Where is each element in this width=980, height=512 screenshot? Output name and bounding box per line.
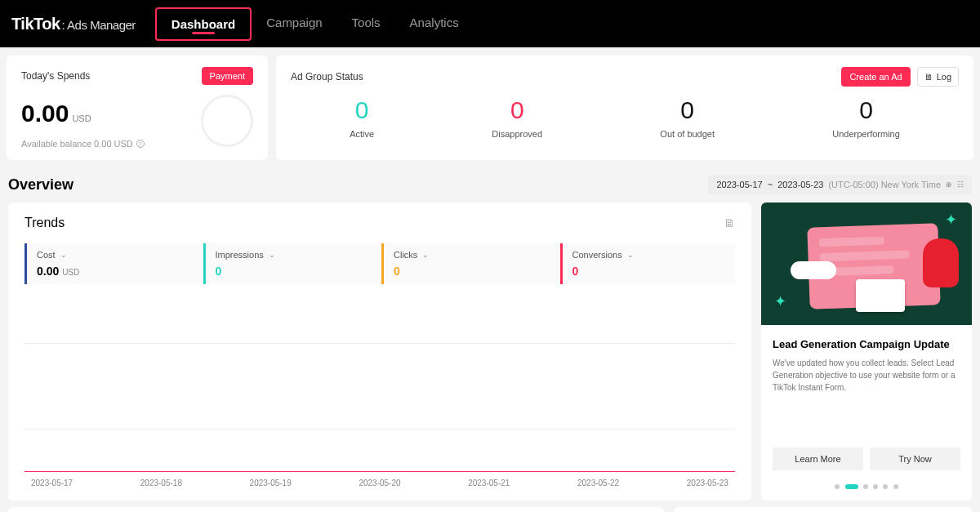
status-title: Ad Group Status: [291, 71, 363, 82]
log-button[interactable]: 🗎Log: [917, 67, 959, 87]
metric-conversions[interactable]: Conversions⌄ 0: [560, 243, 736, 284]
metric-cost[interactable]: Cost⌄ 0.00 USD: [24, 243, 200, 284]
nav-dashboard[interactable]: Dashboard: [155, 7, 252, 41]
globe-icon: ⊕: [946, 180, 952, 189]
top-nav: TikTok: Ads Manager Dashboard Campaign T…: [0, 0, 980, 47]
payment-button[interactable]: Payment: [202, 67, 253, 85]
document-icon: 🗎: [924, 72, 933, 82]
bottom-card-right: [674, 507, 972, 512]
status-card: Ad Group Status Create an Ad 🗎Log 0 Acti…: [276, 56, 973, 160]
spend-gauge-icon: [201, 95, 253, 147]
top-cards: Today's Spends Payment 0.00USD Available…: [0, 47, 980, 168]
chart-x-axis: 2023-05-172023-05-182023-05-192023-05-20…: [24, 479, 735, 488]
learn-more-button[interactable]: Learn More: [773, 447, 863, 470]
create-ad-button[interactable]: Create an Ad: [841, 67, 910, 87]
bottom-card-left: [8, 507, 664, 512]
chevron-down-icon: ⌄: [627, 251, 634, 259]
promo-desc: We've updated how you collect leads. Sel…: [773, 357, 960, 394]
spend-title: Today's Spends: [21, 70, 90, 82]
promo-title: Lead Generation Campaign Update: [773, 338, 960, 350]
info-icon[interactable]: ?: [136, 140, 145, 148]
export-icon[interactable]: 🗎: [724, 216, 735, 229]
brand-logo: TikTok: Ads Manager: [11, 15, 136, 33]
overview-row: Overview 2023-05-17~2023-05-23 (UTC-05:0…: [0, 168, 980, 198]
metric-impressions[interactable]: Impressions⌄ 0: [203, 243, 379, 284]
metric-row: Cost⌄ 0.00 USD Impressions⌄ 0 Clicks⌄ 0 …: [24, 243, 735, 284]
status-active[interactable]: 0 Active: [350, 96, 374, 139]
try-now-button[interactable]: Try Now: [870, 447, 960, 470]
chevron-down-icon: ⌄: [422, 251, 429, 259]
chevron-down-icon: ⌄: [60, 251, 67, 259]
trends-chart: [24, 301, 735, 472]
nav-tools[interactable]: Tools: [337, 7, 395, 41]
metric-clicks[interactable]: Clicks⌄ 0: [381, 243, 557, 284]
main-area: Trends 🗎 Cost⌄ 0.00 USD Impressions⌄ 0 C…: [0, 198, 980, 505]
status-underperforming[interactable]: 0 Underperforming: [832, 96, 900, 139]
trends-card: Trends 🗎 Cost⌄ 0.00 USD Impressions⌄ 0 C…: [8, 203, 751, 501]
status-out-of-budget[interactable]: 0 Out of budget: [660, 96, 715, 139]
date-range-picker[interactable]: 2023-05-17~2023-05-23 (UTC-05:00) New Yo…: [708, 175, 972, 194]
nav-analytics[interactable]: Analytics: [395, 7, 474, 41]
overview-title: Overview: [8, 176, 74, 194]
bottom-row: [0, 507, 980, 512]
calendar-icon: ☷: [957, 180, 964, 189]
promo-card: ✦ ✦ Lead Generation Campaign Update We'v…: [761, 203, 972, 501]
nav-campaign[interactable]: Campaign: [252, 7, 336, 41]
nav-items: Dashboard Campaign Tools Analytics: [155, 7, 474, 41]
promo-pagination[interactable]: [761, 477, 972, 501]
promo-illustration: ✦ ✦: [761, 203, 972, 325]
chevron-down-icon: ⌄: [269, 251, 275, 259]
status-disapproved[interactable]: 0 Disapproved: [492, 96, 542, 139]
spend-card: Today's Spends Payment 0.00USD Available…: [7, 56, 268, 160]
trends-title: Trends: [24, 216, 65, 230]
